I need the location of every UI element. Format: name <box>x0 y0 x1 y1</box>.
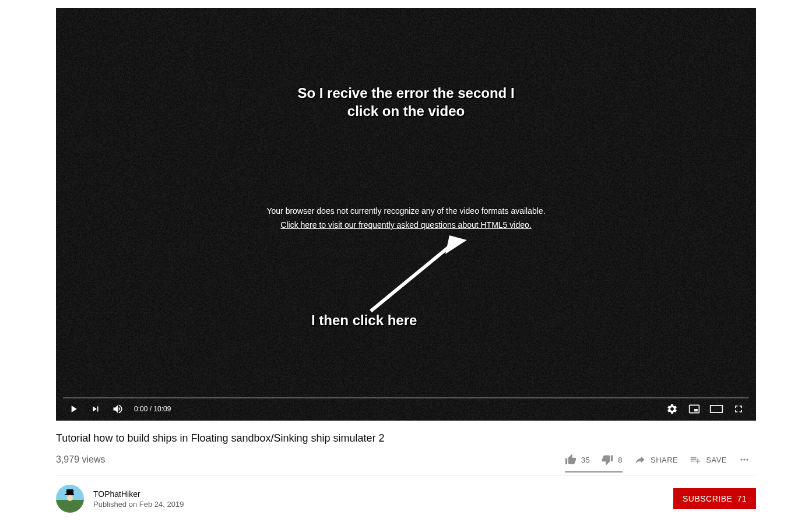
channel-row: TOPhatHiker Published on Feb 24, 2019 SU… <box>56 475 756 513</box>
more-actions-button[interactable] <box>733 449 756 470</box>
next-icon <box>90 404 101 414</box>
current-time: 0:00 <box>134 405 147 413</box>
thumbs-down-icon <box>602 454 613 465</box>
more-horiz-icon <box>739 454 750 465</box>
error-text: Your browser does not currently recogniz… <box>56 206 756 216</box>
time-display: 0:00 / 10:09 <box>134 405 171 413</box>
like-count: 35 <box>581 456 590 464</box>
volume-button[interactable] <box>107 398 128 419</box>
gear-icon <box>666 403 678 415</box>
svg-marker-2 <box>445 235 467 254</box>
time-separator: / <box>147 405 153 413</box>
share-button[interactable]: SHARE <box>628 449 684 470</box>
dislike-count: 8 <box>618 456 623 464</box>
theater-icon <box>709 404 723 414</box>
player-controls: 0:00 / 10:09 <box>56 397 756 421</box>
dislike-button[interactable]: 8 <box>596 449 628 470</box>
miniplayer-button[interactable] <box>684 398 705 419</box>
playlist-add-icon <box>690 454 701 465</box>
annotation-top: So I recive the error the second I click… <box>297 84 514 120</box>
save-button[interactable]: SAVE <box>684 449 733 470</box>
miniplayer-icon <box>688 403 700 415</box>
like-button[interactable]: 35 <box>559 449 596 470</box>
fullscreen-button[interactable] <box>728 398 749 419</box>
video-actions: 35 8 SHARE SAVE <box>559 449 756 470</box>
thumbs-up-icon <box>565 454 577 465</box>
next-button[interactable] <box>85 398 106 419</box>
view-count: 3,979 views <box>56 454 106 465</box>
fullscreen-icon <box>733 403 744 415</box>
share-label: SHARE <box>651 456 678 464</box>
play-button[interactable] <box>63 398 84 419</box>
video-info: Tutorial how to build ships in Floating … <box>56 421 756 513</box>
video-stats-row: 3,979 views 35 8 SHARE <box>56 449 756 475</box>
settings-button[interactable] <box>662 398 683 419</box>
duration: 10:09 <box>153 405 171 413</box>
error-faq-link[interactable]: Click here to visit our frequently asked… <box>280 220 531 230</box>
share-icon <box>634 454 646 465</box>
video-player[interactable]: So I recive the error the second I click… <box>56 8 756 421</box>
channel-avatar[interactable] <box>56 485 84 513</box>
annotation-arrow <box>347 235 476 323</box>
publish-date: Published on Feb 24, 2019 <box>93 500 184 509</box>
save-label: SAVE <box>706 456 727 464</box>
channel-meta: TOPhatHiker Published on Feb 24, 2019 <box>93 489 184 509</box>
video-title: Tutorial how to build ships in Floating … <box>56 432 756 445</box>
subscribe-label: SUBSCRIBE <box>683 494 732 503</box>
volume-icon <box>112 403 124 415</box>
theater-button[interactable] <box>706 398 727 419</box>
player-error-message: Your browser does not currently recogniz… <box>56 206 756 230</box>
play-icon <box>68 403 79 415</box>
channel-name[interactable]: TOPhatHiker <box>93 489 184 499</box>
svg-line-1 <box>371 244 452 311</box>
annotation-bottom: I then click here <box>311 312 417 329</box>
subscriber-count: 71 <box>737 494 747 503</box>
svg-rect-3 <box>711 405 723 412</box>
subscribe-button[interactable]: SUBSCRIBE 71 <box>673 488 756 509</box>
